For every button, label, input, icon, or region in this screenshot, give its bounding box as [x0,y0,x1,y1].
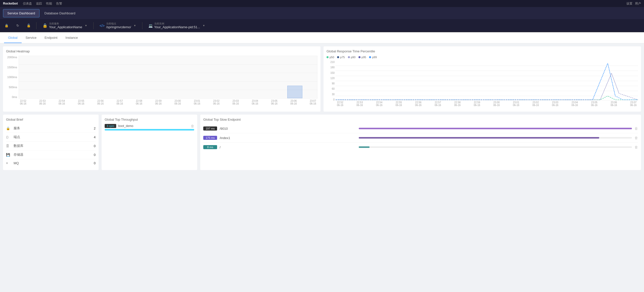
legend-item-p75: p75 [337,56,345,59]
response-x-label-14: 23:0606-16 [609,101,618,107]
brief-icon-4: ≡ [6,161,12,165]
legend-label-p99: p99 [372,56,377,59]
service-selector[interactable]: 🔒 当前服务 Your_ApplicationName ▼ [41,21,89,30]
instance-icon: 💻 [148,24,153,28]
heatmap-y-axis: 2000ms 1500ms 1000ms 500ms 0ms [6,56,19,99]
tab-service-dashboard[interactable]: Service Dashboard [3,9,39,17]
trash-icon-0[interactable]: 🗑 [191,124,194,128]
brief-icon-2: 🗄 [6,144,12,148]
response-chart-area [336,61,638,101]
response-y-label-6: 30 [327,93,335,96]
response-legend: p50p75p90p95p99 [327,56,638,59]
response-x-label-4: 22:5606-16 [414,101,423,107]
sub-tab-service[interactable]: Service [22,33,41,43]
response-x-axis: 22:5206-1622:5306-1622:5406-1622:5506-16… [336,101,638,109]
response-x-label-12: 23:0406-16 [570,101,579,107]
sub-tab-instance[interactable]: Instance [61,33,82,43]
endpoint-selector[interactable]: </> 当前端点 /springmvcdemo/ ▼ [98,21,138,30]
legend-dot-p90 [348,56,350,58]
sub-tab-global[interactable]: Global [4,33,22,43]
ms-badge-1: 175 ms [203,136,217,140]
unlock-icon[interactable]: 🔓 [25,22,32,29]
sub-tab-endpoint[interactable]: Endpoint [41,33,61,43]
brief-row-2: 🗄 数据库 0 [6,142,96,150]
nav-settings[interactable]: 设置 [626,2,632,6]
brief-count-2: 0 [94,144,96,148]
legend-dot-p99 [369,56,371,58]
slow-endpoint-item-0: 197 ms /9010 🗑 [203,124,638,133]
legend-dot-p75 [337,56,339,58]
service-chevron: ▼ [85,24,87,27]
refresh-icon[interactable]: ↻ [14,22,21,29]
legend-item-p90: p90 [348,56,355,59]
top-nav: Rocketbot 仪表盘 追踪 性能 告警 设置 用户 [0,0,644,7]
global-heatmap-panel: Global Heatmap 2000ms 1500ms 1000ms 500m… [3,46,320,112]
main-content: Global Heatmap 2000ms 1500ms 1000ms 500m… [0,43,644,173]
toolbar-divider-2 [93,22,94,29]
response-y-label-5: 60 [327,87,335,90]
instance-chevron: ▼ [203,24,205,27]
brief-row-0: 🔒 服务 2 [6,124,96,133]
service-selector-text: 当前服务 Your_ApplicationName [49,22,82,29]
tab-database-dashboard[interactable]: Database Dashboard [41,9,79,17]
nav-link-3[interactable]: 性能 [46,2,52,6]
heatmap-x-label-9: 23:0106-16 [192,100,202,105]
brief-icon-3: 💾 [6,153,12,157]
heatmap-x-label-11: 23:0306-16 [231,100,240,105]
heatmap-x-label-10: 23:0206-16 [212,100,221,105]
brief-row-4: ≡ MQ 0 [6,159,96,167]
heatmap-x-label-0: 22:5206-16 [19,100,28,105]
heatmap-x-label-4: 22:5606-16 [96,100,105,105]
nav-user[interactable]: 用户 [635,2,641,6]
response-svg [336,61,638,101]
row-top: Global Heatmap 2000ms 1500ms 1000ms 500m… [3,46,641,112]
brief-row-1: ⟨⟩ 端点 4 [6,133,96,142]
endpoint-selector-text: 当前端点 /springmvcdemo/ [106,22,131,29]
response-x-label-11: 23:0306-16 [551,101,560,107]
endpoint-trash-2[interactable]: 🗑 [634,145,638,149]
brief-rows: 🔒 服务 2 ⟨⟩ 端点 4 🗄 数据库 0 💾 存储器 0 ≡ MQ 0 [6,124,96,167]
brief-title: Global Brief [6,118,96,121]
heatmap-x-label-2: 22:5406-16 [57,100,66,105]
response-x-label-6: 22:5806-16 [453,101,462,107]
brand-logo: Rocketbot [3,2,18,5]
heatmap-x-label-13: 23:0506-16 [270,100,279,105]
y-label-3: 500ms [6,86,17,89]
nav-link-2[interactable]: 追踪 [36,2,42,6]
endpoint-trash-1[interactable]: 🗑 [634,136,638,140]
nav-link-1[interactable]: 仪表盘 [23,2,32,6]
service-label: 当前服务 [49,22,82,25]
sub-tabs: Global Service Endpoint Instance [0,32,644,43]
endpoint-bar-2 [359,146,370,148]
nav-link-4[interactable]: 告警 [56,2,62,6]
brief-label-3: 存储器 [12,152,94,157]
instance-label: 当前实例 [154,22,200,25]
instance-selector-text: 当前实例 Your_ApplicationName-pid:51... [154,22,200,29]
response-x-label-7: 22:5906-16 [472,101,481,107]
response-x-label-1: 22:5306-16 [355,101,364,107]
heatmap-x-label-5: 22:5706-16 [115,100,124,105]
brief-count-3: 0 [94,153,96,157]
endpoint-trash-0[interactable]: 🗑 [634,126,638,131]
legend-item-p50: p50 [327,56,334,59]
lock-icon[interactable]: 🔒 [3,22,10,29]
response-y-axis: 2101801501209060300 [327,61,336,101]
slow-endpoint-title: Global Top Slow Endpoint [203,118,638,121]
endpoint-chevron: ▼ [134,24,136,27]
brief-icon-1: ⟨⟩ [6,135,12,139]
y-label-0: 2000ms [6,56,17,59]
endpoint-bar-0 [359,128,632,129]
instance-selector[interactable]: 💻 当前实例 Your_ApplicationName-pid:51... ▼ [146,21,207,30]
response-x-label-15: 23:0706-16 [629,101,638,107]
throughput-bar-wrap-0 [105,129,194,131]
response-x-label-9: 23:0106-16 [511,101,520,107]
brief-label-4: MQ [12,161,94,165]
brief-count-4: 0 [94,161,96,165]
slow-endpoint-panel: Global Top Slow Endpoint 197 ms /9010 🗑 … [200,115,641,170]
brief-row-3: 💾 存储器 0 [6,150,96,159]
legend-dot-p95 [358,56,360,58]
tab-bar: Service Dashboard Database Dashboard [0,7,644,19]
response-chart-wrap: 2101801501209060300 [327,61,638,109]
throughput-panel: Global Top Throughput 3 cpm boot_demo 🗑 [102,115,197,170]
response-x-label-0: 22:5206-16 [336,101,345,107]
